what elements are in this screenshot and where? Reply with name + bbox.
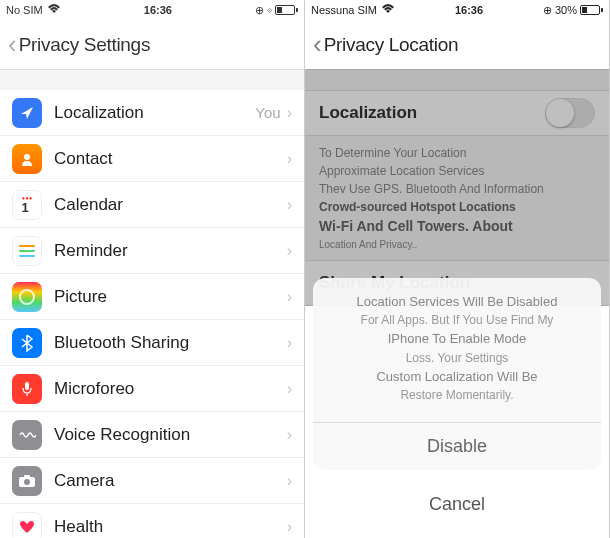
row-label: Bluetooth Sharing [54, 333, 287, 353]
calendar-icon: ●●●1 [12, 190, 42, 220]
row-microphone[interactable]: Microforeo › [0, 366, 304, 412]
row-bluetooth[interactable]: Bluetooth Sharing › [0, 320, 304, 366]
row-label: Health [54, 517, 287, 537]
nav-bar: ‹ Privacy Location [305, 20, 609, 70]
alert-sheet: Location Services Will Be Disabled For A… [313, 278, 601, 471]
info-text: To Determine Your Location Approximate L… [305, 136, 609, 260]
chevron-right-icon: › [287, 380, 292, 398]
chevron-right-icon: › [287, 288, 292, 306]
orientation-lock-icon: ⊕ [255, 4, 264, 17]
svg-point-1 [20, 290, 34, 304]
carrier-text: Nessuna SIM [311, 4, 377, 16]
chevron-right-icon: › [287, 242, 292, 260]
row-label: Localization [54, 103, 255, 123]
chevron-right-icon: › [287, 518, 292, 536]
alert-message: Location Services Will Be Disabled For A… [313, 278, 601, 423]
reminders-icon [12, 236, 42, 266]
chevron-right-icon: › [287, 196, 292, 214]
nav-title: Privacy Settings [19, 34, 150, 56]
svg-point-0 [24, 154, 30, 160]
orientation-lock-icon: ⊕ [543, 4, 552, 17]
row-localization[interactable]: Localization You › [0, 90, 304, 136]
microphone-icon [12, 374, 42, 404]
camera-icon [12, 466, 42, 496]
disable-button[interactable]: Disable [313, 422, 601, 470]
chevron-right-icon: › [287, 104, 292, 122]
svg-rect-2 [25, 382, 29, 390]
row-localization-toggle[interactable]: Localization [305, 90, 609, 136]
content: Localization You › Contact › ●●●1 Calend… [0, 70, 304, 538]
nav-bar: ‹ Privacy Settings [0, 20, 304, 70]
battery-icon [275, 5, 298, 15]
location-arrow-icon [12, 98, 42, 128]
row-value: You [255, 104, 280, 121]
row-label: Contact [54, 149, 287, 169]
localization-toggle[interactable] [545, 98, 595, 128]
row-voice[interactable]: Voice Recognition › [0, 412, 304, 458]
back-button[interactable]: ‹ [8, 29, 17, 60]
row-contact[interactable]: Contact › [0, 136, 304, 182]
row-health[interactable]: Health › [0, 504, 304, 538]
row-calendar[interactable]: ●●●1 Calendar › [0, 182, 304, 228]
row-label: Picture [54, 287, 287, 307]
svg-rect-5 [24, 475, 30, 478]
svg-point-4 [24, 479, 30, 485]
row-camera[interactable]: Camera › [0, 458, 304, 504]
bluetooth-icon: ⟐ [267, 5, 272, 15]
screen-privacy-settings: No SIM 16:36 ⊕ ⟐ ‹ Privacy Settings Loca… [0, 0, 305, 538]
settings-list: Localization You › Contact › ●●●1 Calend… [0, 90, 304, 538]
voice-wave-icon [12, 420, 42, 450]
battery-percent: 30% [555, 4, 577, 16]
photos-icon [12, 282, 42, 312]
row-label: Calendar [54, 195, 287, 215]
carrier-text: No SIM [6, 4, 43, 16]
contacts-icon [12, 144, 42, 174]
battery-icon [580, 5, 603, 15]
screen-privacy-location: Nessuna SIM 16:36 ⊕ 30% ‹ Privacy Locati… [305, 0, 610, 538]
heart-icon [12, 512, 42, 539]
row-label: Voice Recognition [54, 425, 287, 445]
wifi-icon [47, 4, 61, 16]
row-reminder[interactable]: Reminder › [0, 228, 304, 274]
cancel-button[interactable]: Cancel [313, 478, 601, 530]
status-bar: Nessuna SIM 16:36 ⊕ 30% [305, 0, 609, 20]
nav-title: Privacy Location [324, 34, 459, 56]
chevron-right-icon: › [287, 150, 292, 168]
status-bar: No SIM 16:36 ⊕ ⟐ [0, 0, 304, 20]
chevron-right-icon: › [287, 426, 292, 444]
time-text: 16:36 [455, 4, 483, 16]
row-label: Microforeo [54, 379, 287, 399]
back-button[interactable]: ‹ [313, 29, 322, 60]
chevron-right-icon: › [287, 334, 292, 352]
time-text: 16:36 [144, 4, 172, 16]
row-label: Camera [54, 471, 287, 491]
row-picture[interactable]: Picture › [0, 274, 304, 320]
wifi-icon [381, 4, 395, 16]
row-label: Localization [319, 103, 545, 123]
action-sheet: Location Services Will Be Disabled For A… [313, 278, 601, 531]
bluetooth-icon [12, 328, 42, 358]
chevron-right-icon: › [287, 472, 292, 490]
row-label: Reminder [54, 241, 287, 261]
content: Localization To Determine Your Location … [305, 70, 609, 306]
